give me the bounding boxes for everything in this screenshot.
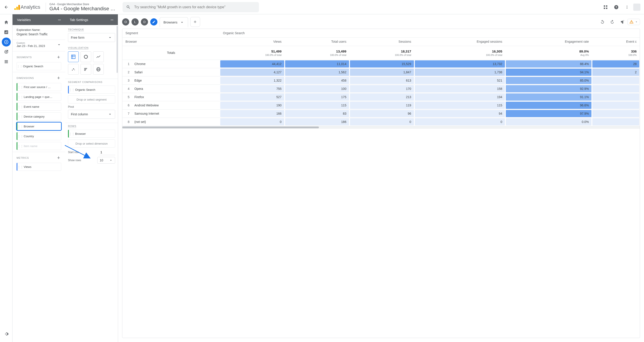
segments-label: SEGMENTS <box>16 56 32 58</box>
viz-geo[interactable] <box>93 64 104 75</box>
table-row[interactable]: 5Firefox52717521319491.1% <box>122 93 640 101</box>
dimension-chip[interactable]: ⋮⋮Device category <box>16 112 61 120</box>
table-row[interactable]: 7Samsung Internet16683969497.9% <box>122 109 640 118</box>
viz-scatter[interactable] <box>68 64 79 75</box>
pivot-select[interactable]: First column <box>68 110 115 119</box>
dimension-chip[interactable]: ⋮⋮Country <box>16 132 61 140</box>
data-cell: 85.0% <box>505 76 592 84</box>
metric-column-header[interactable]: Engagement rate <box>505 37 592 46</box>
nav-home[interactable] <box>2 18 11 27</box>
add-metric-button[interactable]: + <box>56 155 61 160</box>
horizontal-scrollbar[interactable] <box>122 126 640 129</box>
svg-rect-28 <box>84 70 86 71</box>
help-icon[interactable]: ? <box>612 3 621 12</box>
list-icon <box>4 59 9 64</box>
metric-chip[interactable]: ⋮⋮Views <box>16 163 61 171</box>
main-content: OLD Browsers + + <box>118 14 644 342</box>
add-dimension-button[interactable]: + <box>56 75 61 81</box>
viz-donut[interactable] <box>80 52 91 62</box>
data-cell <box>592 93 640 101</box>
collapse-tabsettings-button[interactable]: – <box>111 17 113 22</box>
sampling-warning[interactable] <box>628 19 640 25</box>
drop-dimension[interactable]: Drop or select dimension <box>68 140 115 148</box>
dimension-chip[interactable]: ⋮⋮Browser <box>16 122 61 130</box>
collapse-variables-button[interactable]: – <box>58 17 61 22</box>
scrollbar[interactable] <box>116 26 118 73</box>
segment-chip[interactable]: ⋮⋮Organic Search <box>16 62 61 70</box>
drop-segment[interactable]: Drop or select segment <box>68 96 115 104</box>
nav-reports[interactable] <box>2 28 11 37</box>
exploration-name-label: Exploration Name: <box>16 28 61 32</box>
back-button[interactable] <box>2 3 11 12</box>
dimension-chip[interactable]: ⋮⋮Event name <box>16 102 61 111</box>
data-cell: 0.0% <box>505 118 592 126</box>
search-bar[interactable] <box>122 2 259 12</box>
technique-select[interactable]: Free form <box>68 33 115 42</box>
svg-rect-12 <box>7 31 7 33</box>
table-row[interactable]: 4Opera75510017015892.9% <box>122 84 640 93</box>
totals-label: Totals <box>122 46 220 60</box>
property-title[interactable]: GA4 - Google Merchandise Store GA4 - Goo… <box>46 3 117 12</box>
chevron-down-icon <box>57 42 61 47</box>
nav-explore[interactable] <box>2 38 11 46</box>
data-cell: 94 <box>414 109 505 118</box>
metric-column-header[interactable]: Total users <box>285 37 350 46</box>
visualization-label: VISUALIZATION <box>68 46 115 49</box>
metric-column-header[interactable]: Engaged sessions <box>414 37 505 46</box>
scatter-icon <box>71 67 76 72</box>
table-row[interactable]: 1Chrome44,41211,01415,52913,73288.4%28 <box>122 60 640 68</box>
grip-icon: ⋮⋮ <box>19 86 22 88</box>
svg-rect-19 <box>72 55 75 59</box>
apps-icon[interactable] <box>601 3 610 12</box>
tab-avatar[interactable]: D <box>141 18 148 26</box>
data-cell: 175 <box>285 93 350 101</box>
dimension-chip[interactable]: ⋮⋮Landing page + que… <box>16 93 61 101</box>
data-cell: 83 <box>285 109 350 118</box>
dimension-chip[interactable]: ⋮⋮First user source / … <box>16 83 61 91</box>
nav-advertising[interactable] <box>2 48 11 56</box>
dimension-column-header[interactable]: Browser <box>122 37 220 46</box>
search-input[interactable] <box>134 5 255 9</box>
metric-column-header[interactable]: Sessions <box>350 37 414 46</box>
undo-button[interactable] <box>598 18 607 26</box>
table-row[interactable]: 8(not set)0186000.0% <box>122 118 640 126</box>
globe-icon <box>96 67 101 72</box>
add-tab-button[interactable]: + <box>190 17 200 27</box>
canvas-toolbar: + <box>598 18 640 26</box>
metric-column-header[interactable]: Event c <box>592 37 640 46</box>
viz-line[interactable] <box>93 52 104 62</box>
viz-table[interactable] <box>68 52 79 62</box>
date-range-picker[interactable]: Custom Jan 23 - Feb 21, 2023 <box>15 40 63 50</box>
logo[interactable]: Analytics <box>12 4 42 10</box>
more-icon[interactable] <box>622 3 632 12</box>
tab-avatar[interactable]: O <box>122 18 129 26</box>
nav-configure[interactable] <box>2 57 11 66</box>
add-segment-button[interactable]: + <box>56 54 61 60</box>
data-cell: 115 <box>285 101 350 109</box>
user-avatar[interactable] <box>633 4 640 11</box>
exploration-name[interactable]: Organic Search Traffic <box>16 32 61 36</box>
date-range: Jan 23 - Feb 21, 2023 <box>16 44 45 48</box>
rows-chip-browser[interactable]: ⋮⋮ Browser <box>68 130 115 138</box>
svg-rect-18 <box>4 62 8 63</box>
tab-avatar[interactable]: L <box>132 18 139 26</box>
edit-tab-icon[interactable] <box>150 18 158 26</box>
viz-bar[interactable] <box>80 64 91 75</box>
nav-admin[interactable] <box>2 330 11 338</box>
table-row[interactable]: 3Edge1,32245861352185.0% <box>122 76 640 84</box>
segment-chip-organic[interactable]: ⋮⋮ Organic Search <box>68 86 115 94</box>
active-tab[interactable]: Browsers <box>160 17 188 27</box>
totals-cell: 18,317100.0% of total <box>350 46 414 60</box>
metric-column-header[interactable]: Views <box>220 37 285 46</box>
show-rows-select[interactable]: 10 <box>97 157 115 164</box>
data-cell: 194 <box>414 93 505 101</box>
redo-button[interactable] <box>608 18 617 26</box>
start-row-input[interactable] <box>100 150 115 155</box>
share-button[interactable]: + <box>618 18 626 26</box>
table-row[interactable]: 2Safari4,1271,5621,8471,73894.1%2 <box>122 68 640 76</box>
grip-icon: ⋮⋮ <box>19 165 22 168</box>
table-row[interactable]: 6Android Webview19011511911596.6% <box>122 101 640 109</box>
dimension-chip[interactable]: ⋮⋮Item name <box>16 142 61 150</box>
data-cell: 186 <box>285 118 350 126</box>
chevron-down-icon <box>180 20 184 24</box>
